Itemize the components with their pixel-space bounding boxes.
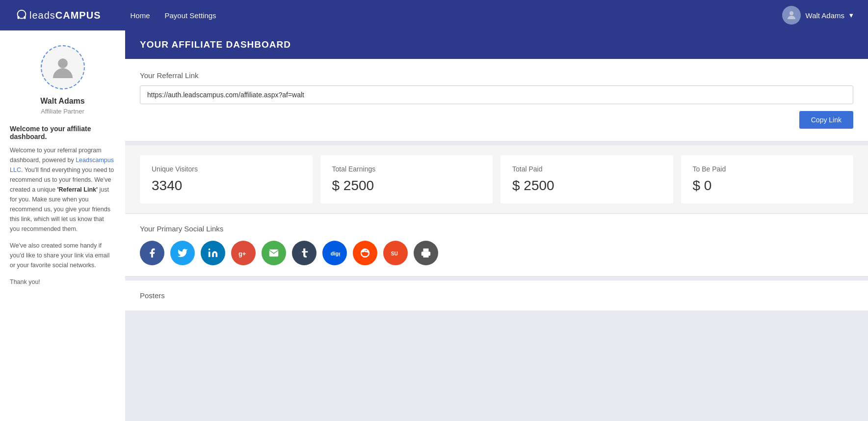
stat-card-total-earnings: Total Earnings $ 2500 (320, 155, 493, 203)
main-content: YOUR AFFILIATE DASHBOARD Your Referral L… (125, 30, 868, 421)
svg-point-4 (58, 58, 68, 68)
referral-link-label: Your Referral Link (140, 71, 853, 80)
stat-value: $ 2500 (332, 178, 481, 194)
svg-rect-10 (423, 254, 429, 257)
social-section-label: Your Primary Social Links (140, 225, 853, 233)
social-twitter-button[interactable] (170, 241, 195, 265)
stat-label: Unique Visitors (152, 165, 301, 173)
brand-leads: leads (29, 10, 55, 21)
svg-text:SU: SU (391, 251, 398, 256)
brand-logo: leadsCAMPUS (15, 8, 101, 22)
sidebar-avatar-wrapper (10, 45, 115, 89)
referral-link-section: Your Referral Link Copy Link (125, 59, 868, 141)
stat-label: To Be Paid (693, 165, 842, 173)
avatar (782, 6, 801, 25)
sidebar-user-name: Walt Adams (10, 97, 115, 106)
sidebar: Walt Adams Affiliate Partner Welcome to … (0, 30, 125, 421)
dashboard-header: YOUR AFFILIATE DASHBOARD (125, 30, 868, 59)
stat-card-unique-visitors: Unique Visitors 3340 (140, 155, 313, 203)
social-links-section: Your Primary Social Links g+diggSU (125, 214, 868, 277)
sidebar-para3: Thank you! (10, 277, 115, 287)
stat-card-to-be-paid: To Be Paid $ 0 (681, 155, 854, 203)
stats-section: Unique Visitors 3340 Total Earnings $ 25… (125, 145, 868, 214)
social-linkedin-button[interactable] (201, 241, 225, 265)
social-tumblr-button[interactable] (292, 241, 316, 265)
main-nav: Home Payout Settings (130, 11, 216, 20)
stat-label: Total Paid (512, 165, 661, 173)
svg-point-3 (789, 11, 793, 15)
headphones-icon (15, 8, 28, 22)
referral-link-row (140, 85, 853, 104)
copy-link-button[interactable]: Copy Link (799, 111, 853, 129)
sidebar-avatar (41, 45, 85, 89)
dashboard-body: Your Referral Link Copy Link Unique Visi… (125, 59, 868, 421)
social-googleplus-button[interactable]: g+ (231, 241, 256, 265)
leadscampus-link[interactable]: Leadscampus LLC (10, 157, 114, 173)
stat-card-total-paid: Total Paid $ 2500 (500, 155, 673, 203)
svg-text:digg: digg (331, 251, 340, 256)
stat-label: Total Earnings (332, 165, 481, 173)
sidebar-welcome-title: Welcome to your affiliate dashboard. (10, 125, 115, 140)
referral-link-input[interactable] (140, 85, 853, 104)
user-name-label: Walt Adams (806, 11, 844, 20)
sidebar-para2: We've also created some handy if you'd l… (10, 241, 115, 270)
svg-rect-2 (24, 16, 26, 19)
nav-payout-settings[interactable]: Payout Settings (165, 11, 216, 20)
navbar: leadsCAMPUS Home Payout Settings Walt Ad… (0, 0, 868, 30)
sidebar-para1: Welcome to your referral program dashboa… (10, 145, 115, 234)
svg-point-5 (209, 249, 210, 251)
social-facebook-button[interactable] (140, 241, 164, 265)
sidebar-user-role: Affiliate Partner (10, 108, 115, 115)
social-reddit-button[interactable] (353, 241, 377, 265)
social-digg-button[interactable]: digg (322, 241, 347, 265)
social-print-button[interactable] (414, 241, 438, 265)
social-icons-row: g+diggSU (140, 241, 853, 265)
stat-value: 3340 (152, 178, 301, 194)
dashboard-title: YOUR AFFILIATE DASHBOARD (140, 39, 291, 50)
brand-campus: CAMPUS (55, 10, 101, 21)
posters-section: Posters (125, 281, 868, 310)
svg-text:g+: g+ (238, 250, 246, 257)
user-chevron-icon: ▾ (849, 11, 853, 20)
social-stumbleupon-button[interactable]: SU (383, 241, 408, 265)
posters-label: Posters (140, 291, 853, 300)
stat-value: $ 2500 (512, 178, 661, 194)
user-menu[interactable]: Walt Adams ▾ (782, 6, 853, 25)
svg-rect-1 (18, 16, 20, 19)
social-email-button[interactable] (262, 241, 286, 265)
stat-value: $ 0 (693, 178, 842, 194)
nav-home[interactable]: Home (130, 11, 150, 20)
